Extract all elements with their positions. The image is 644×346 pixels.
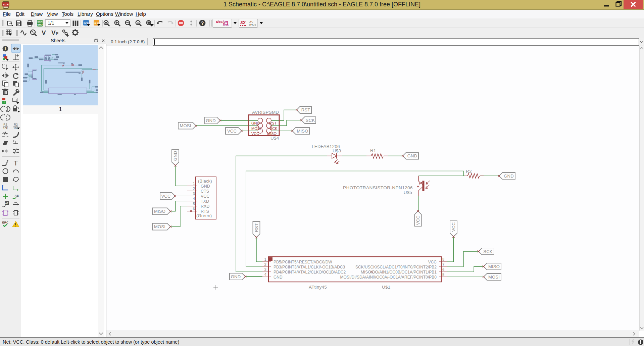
svg-text:T: T [14,159,18,167]
svg-text:6: 6 [442,267,444,271]
svg-text:RST: RST [269,121,277,125]
svg-text:3: 3 [264,267,266,271]
svg-text:VCC: VCC [161,194,170,199]
svg-text:8: 8 [442,257,444,261]
svg-text:?: ? [201,20,204,26]
svg-text:R2: R2 [466,169,472,174]
svg-text:RTS: RTS [201,209,209,214]
svg-text:PB3/PCINT3/XTAL1/CLKI/-OC1B/AD: PB3/PCINT3/XTAL1/CLKI/-OC1B/ADC3 [274,265,345,269]
svg-text:PB4/PCINT4/XTAL2/CLKO/OC1B/ADC: PB4/PCINT4/XTAL2/CLKO/OC1B/ADC2 [274,270,346,275]
svg-text:SCH: SCH [38,20,43,23]
svg-text:MOSI: MOSI [154,224,165,229]
svg-text:U$5: U$5 [404,190,412,195]
svg-text:AT: AT [5,202,8,205]
svg-text:2: 2 [264,262,266,266]
svg-text:PHOTOTRANSISTOR-NPN1206: PHOTOTRANSISTOR-NPN1206 [343,185,413,190]
svg-text:R2: R2 [3,123,7,126]
svg-text:MISO: MISO [154,209,165,214]
svg-text:R1: R1 [370,148,376,153]
svg-text:RST: RST [254,223,259,232]
svg-text:ERC: ERC [2,221,9,224]
svg-text:7: 7 [442,262,444,266]
svg-text:AVRISPSMD: AVRISPSMD [252,110,279,115]
svg-text:VCC: VCC [227,129,237,134]
svg-text:5: 5 [442,273,444,277]
svg-text:GND: GND [201,184,210,189]
svg-text:VCC: VCC [251,132,259,136]
svg-text:3: 3 [193,192,195,196]
svg-text:RXD: RXD [201,204,209,209]
svg-text:R2: R2 [14,123,18,126]
svg-text:6: 6 [193,207,195,211]
svg-text:VCC: VCC [451,222,456,232]
svg-text:1: 1 [264,257,266,261]
svg-text:VCC: VCC [415,215,420,225]
svg-text:SCK: SCK [306,118,315,123]
svg-text:GND: GND [173,151,178,161]
svg-text:10k: 10k [3,127,8,130]
svg-text:MOSI: MOSI [488,275,500,280]
svg-text:MOSI: MOSI [180,123,191,128]
svg-text:MISO: MISO [267,132,277,136]
svg-text:4: 4 [264,273,267,277]
svg-text:+: + [3,100,5,104]
svg-text:link: link [223,23,229,27]
svg-text:(Black): (Black) [198,179,212,184]
svg-text:1/1: 1/1 [48,20,54,26]
svg-text:MOSI: MOSI [251,127,261,131]
svg-text:GND: GND [274,275,283,280]
svg-text:MISO: MISO [297,129,308,134]
svg-text:TXD: TXD [201,199,209,204]
svg-text:SPICE: SPICE [249,23,256,26]
svg-text:ATtiny45: ATtiny45 [309,285,327,290]
svg-text:BRD: BRD [37,23,42,26]
svg-text:MISO/DO/AIN1/OC0B/OC1A/PCINT1/: MISO/DO/AIN1/OC0B/OC1A/PCINT1/PB1 [361,270,437,275]
svg-text:CTS: CTS [201,189,209,194]
svg-text:V: V [51,29,56,36]
svg-text:(Green): (Green) [196,213,212,218]
svg-text:4: 4 [193,197,195,201]
svg-text:U$3: U$3 [333,148,341,153]
svg-text:PB5/PCINT5/-RESET/ADC0/DW: PB5/PCINT5/-RESET/ADC0/DW [274,260,332,264]
svg-text:1: 1 [193,182,195,186]
svg-text:P: P [56,31,58,36]
svg-text:2: 2 [193,187,195,191]
svg-text:SCK/USCK/SCL/ADC1/T0/INT0/PCIN: SCK/USCK/SCL/ADC1/T0/INT0/PCINT2/PB2 [355,265,437,269]
svg-text:U$1: U$1 [382,285,390,290]
svg-text:LTC: LTC [249,20,253,23]
svg-text:VCC: VCC [201,194,209,199]
svg-text:GND: GND [504,174,514,179]
svg-text:GND: GND [206,118,216,123]
svg-text:V: V [42,29,46,36]
svg-text:AB: AB [15,194,19,197]
svg-text:GND: GND [407,153,417,158]
svg-text:SCK: SCK [270,127,278,131]
svg-text:GND: GND [231,274,241,279]
svg-text:MISO: MISO [488,264,500,269]
svg-text:MOSI/DI/SDA/AIN0/OC0A/-OC1A/AR: MOSI/DI/SDA/AIN0/OC0A/-OC1A/AREF/PCINT0/… [340,275,437,280]
svg-text:VCC: VCC [428,260,437,264]
svg-text:RST: RST [301,107,310,112]
svg-text:i: i [5,47,6,51]
svg-text:GND: GND [251,121,260,125]
svg-text:SCK: SCK [483,249,492,254]
svg-text:5: 5 [193,202,195,206]
svg-text:U$4: U$4 [270,136,279,141]
svg-text:10k: 10k [13,127,18,130]
